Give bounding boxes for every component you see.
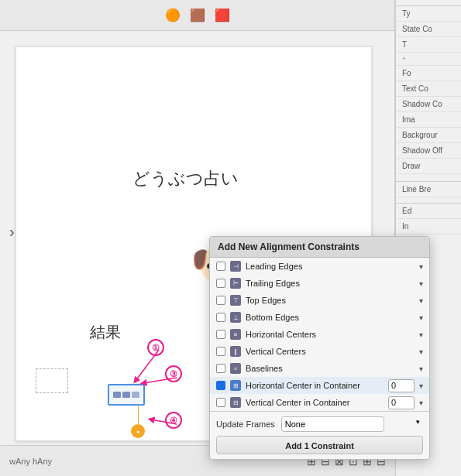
annotation-1: ①	[147, 339, 164, 356]
result-text: 結果	[90, 322, 121, 343]
rp-plus[interactable]: +	[396, 53, 461, 66]
rp-background: Backgrour	[396, 128, 461, 143]
top-toolbar: 🟠 🟫 🟥	[0, 0, 394, 31]
rp-text-co: Text Co	[396, 81, 461, 97]
dashed-selection-box	[36, 368, 68, 393]
top-edges-dropdown[interactable]: ▾	[419, 296, 423, 305]
rp-state-config: State Co	[396, 22, 461, 37]
rp-shadow-off: Shadow Off	[396, 143, 461, 159]
vertical-center-value-input[interactable]	[388, 396, 415, 409]
leading-edges-dropdown[interactable]: ▾	[419, 262, 423, 271]
baselines-dropdown[interactable]: ▾	[419, 365, 423, 373]
popup-bottom: Update Frames None Items of New Constrai…	[210, 411, 429, 459]
popup-title: Add New Alignment Constraints	[210, 237, 429, 258]
vertical-center-container-checkbox[interactable]	[216, 398, 225, 407]
vertical-center-container-icon: ⊟	[230, 397, 241, 408]
japanese-text: どうぶつ占い	[132, 167, 239, 190]
add-constraint-button[interactable]: Add 1 Constraint	[216, 436, 423, 454]
bottom-edges-row[interactable]: ⊥ Bottom Edges ▾	[210, 309, 429, 326]
top-edges-checkbox[interactable]	[216, 296, 225, 305]
leading-edges-checkbox[interactable]	[216, 262, 225, 271]
update-frames-label: Update Frames	[216, 419, 275, 429]
rp-line-bre: Line Bre	[396, 182, 461, 197]
baselines-icon: ≈	[230, 363, 241, 374]
horizontal-center-dropdown[interactable]: ▾	[419, 382, 423, 390]
trailing-edges-dropdown[interactable]: ▾	[419, 279, 423, 288]
grid-toolbar-icon[interactable]: 🟫	[190, 8, 205, 23]
horizontal-center-container-icon: ⊞	[230, 380, 241, 391]
annotation-4: ④	[165, 412, 182, 429]
rp-type: Ty	[396, 6, 461, 22]
vertical-centers-icon: ‖	[230, 346, 241, 357]
baselines-row[interactable]: ≈ Baselines ▾	[210, 360, 429, 377]
vertical-center-container-row[interactable]: ⊟ Vertical Center in Container ▾	[210, 394, 429, 411]
top-edges-label: Top Edges	[246, 296, 415, 305]
leading-edges-label: Leading Edges	[246, 262, 415, 271]
trailing-edges-row[interactable]: ⊢ Trailing Edges ▾	[210, 275, 429, 292]
trailing-edges-label: Trailing Edges	[246, 279, 415, 288]
vertical-centers-label: Vertical Centers	[246, 347, 415, 356]
trailing-edges-icon: ⊢	[230, 278, 241, 289]
vertical-centers-row[interactable]: ‖ Vertical Centers ▾	[210, 343, 429, 360]
alignment-constraints-popup: Add New Alignment Constraints ⊣ Leading …	[209, 236, 430, 460]
horizontal-centers-label: Horizontal Centers	[246, 330, 415, 339]
horizontal-centers-dropdown[interactable]: ▾	[419, 330, 423, 339]
rp-shadow-co: Shadow Co	[396, 97, 461, 112]
rp-fo: Fo	[396, 66, 461, 81]
horizontal-centers-checkbox[interactable]	[216, 330, 225, 339]
rp-draw: Draw	[396, 159, 461, 174]
layers-toolbar-icon[interactable]: 🟥	[215, 8, 230, 23]
vertical-center-dropdown[interactable]: ▾	[419, 399, 423, 407]
horizontal-center-container-label: Horizontal Center in Container	[246, 381, 384, 390]
horizontal-center-container-checkbox[interactable]: ✓	[216, 381, 225, 390]
baselines-label: Baselines	[246, 364, 415, 373]
vertical-centers-dropdown[interactable]: ▾	[419, 348, 423, 356]
blue-selected-element[interactable]	[108, 384, 145, 406]
size-text: wAny hAny	[9, 457, 52, 466]
bottom-edges-checkbox[interactable]	[216, 313, 225, 322]
vertical-centers-checkbox[interactable]	[216, 347, 225, 356]
trailing-edges-checkbox[interactable]	[216, 279, 225, 288]
bottom-edges-dropdown[interactable]: ▾	[419, 313, 423, 322]
baselines-checkbox[interactable]	[216, 364, 225, 373]
top-edges-icon: ⊤	[230, 295, 241, 306]
top-edges-row[interactable]: ⊤ Top Edges ▾	[210, 292, 429, 309]
bottom-edges-icon: ⊥	[230, 312, 241, 323]
rp-ed: Ed	[396, 204, 461, 219]
rp-t: T	[396, 37, 461, 53]
horizontal-center-value-input[interactable]	[388, 379, 415, 392]
update-frames-select[interactable]: None Items of New Constraints All Frames…	[281, 416, 384, 432]
horizontal-centers-icon: ≡	[230, 329, 241, 340]
circle-toolbar-icon[interactable]: 🟠	[165, 8, 181, 23]
horizontal-centers-row[interactable]: ≡ Horizontal Centers ▾	[210, 326, 429, 343]
update-frames-row: Update Frames None Items of New Constrai…	[216, 416, 423, 432]
vertical-center-container-label: Vertical Center in Container	[246, 398, 384, 407]
rp-in: In	[396, 219, 461, 235]
rp-ima: Ima	[396, 112, 461, 128]
vertical-constraint-line	[138, 406, 139, 427]
chevron-left-icon[interactable]: ›	[9, 223, 15, 241]
bottom-edges-label: Bottom Edges	[246, 313, 415, 322]
horizontal-center-container-row[interactable]: ✓ ⊞ Horizontal Center in Container ▾	[210, 377, 429, 394]
annotation-3: ③	[165, 365, 182, 382]
leading-edges-icon: ⊣	[230, 261, 241, 272]
leading-edges-row[interactable]: ⊣ Leading Edges ▾	[210, 258, 429, 275]
